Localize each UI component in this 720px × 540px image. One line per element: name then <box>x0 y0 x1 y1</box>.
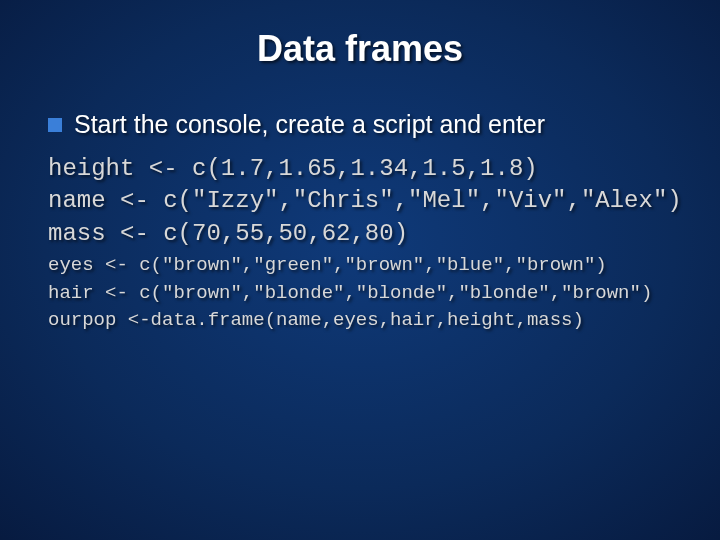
square-bullet-icon <box>48 118 62 132</box>
slide: Data frames Start the console, create a … <box>0 0 720 540</box>
code-line: name <- c("Izzy","Chris","Mel","Viv","Al… <box>48 185 678 217</box>
bullet-text: Start the console, create a script and e… <box>74 110 545 139</box>
code-block: height <- c(1.7,1.65,1.34,1.5,1.8) name … <box>48 153 678 335</box>
code-line: eyes <- c("brown","green","brown","blue"… <box>48 252 678 280</box>
code-line: hair <- c("brown","blonde","blonde","blo… <box>48 280 678 308</box>
code-line: height <- c(1.7,1.65,1.34,1.5,1.8) <box>48 153 678 185</box>
slide-title: Data frames <box>42 28 678 70</box>
bullet-item: Start the console, create a script and e… <box>48 110 678 139</box>
code-line: mass <- c(70,55,50,62,80) <box>48 218 678 250</box>
code-line: ourpop <-data.frame(name,eyes,hair,heigh… <box>48 307 678 335</box>
